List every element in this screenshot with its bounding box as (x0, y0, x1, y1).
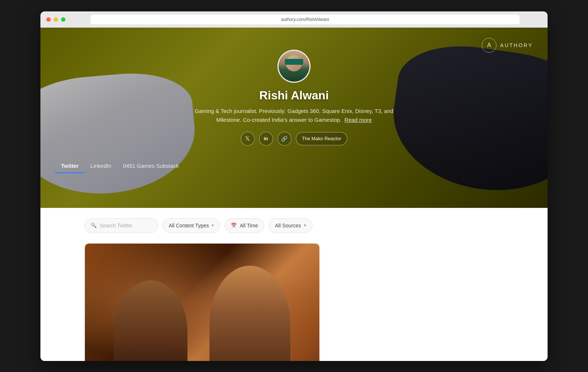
content-card[interactable] (85, 243, 320, 361)
content-type-filter-button[interactable]: All Content Types ▾ (162, 218, 220, 233)
maximize-button[interactable] (61, 17, 65, 22)
link-icon: 🔗 (281, 136, 287, 142)
profile-bio: Gaming & Tech journalist. Previously: Ga… (184, 107, 404, 124)
time-label: All Time (240, 223, 258, 228)
hero-section: A AUTHORY Rishi Alwani Gaming & Tech jou… (40, 28, 548, 208)
url-text: authory.com/RishiAlwani (281, 17, 329, 22)
sources-label: All Sources (275, 223, 301, 228)
sources-chevron-icon: ▾ (304, 223, 306, 228)
profile-name: Rishi Alwani (259, 89, 329, 102)
close-button[interactable] (46, 17, 51, 22)
twitter-icon: 𝕏 (245, 135, 250, 142)
tab-linkedin[interactable]: LinkedIn (85, 159, 117, 173)
tab-twitter[interactable]: Twitter (55, 159, 85, 173)
linkedin-icon: in (264, 136, 268, 141)
browser-chrome: authory.com/RishiAlwani (40, 11, 548, 28)
content-area (40, 243, 548, 361)
content-type-chevron-icon: ▾ (212, 223, 214, 228)
main-content: 🔍 Search Twitter All Content Types ▾ 📅 A… (40, 208, 548, 361)
browser-window: authory.com/RishiAlwani A AUTHORY (40, 11, 548, 361)
face-right (209, 266, 290, 361)
search-icon: 🔍 (91, 223, 97, 228)
card-image (85, 244, 319, 361)
face-left (114, 280, 187, 361)
filters-bar: 🔍 Search Twitter All Content Types ▾ 📅 A… (40, 208, 548, 243)
tabs-bar: Twitter LinkedIn 0451 Games Substack (40, 159, 548, 173)
address-bar[interactable]: authory.com/RishiAlwani (90, 15, 520, 24)
page-content: A AUTHORY Rishi Alwani Gaming & Tech jou… (40, 28, 548, 361)
link-icon-button[interactable]: 🔗 (277, 132, 291, 146)
read-more-link[interactable]: Read more (344, 117, 372, 123)
content-type-label: All Content Types (169, 223, 209, 228)
calendar-icon: 📅 (231, 223, 237, 228)
avatar (277, 50, 311, 83)
tab-substack[interactable]: 0451 Games Substack (117, 159, 185, 173)
twitter-icon-button[interactable]: 𝕏 (241, 132, 255, 146)
search-input-label: Search Twitter (100, 223, 132, 228)
avatar-image (279, 51, 309, 82)
hero-content: Rishi Alwani Gaming & Tech journalist. P… (40, 28, 548, 173)
social-icons-bar: 𝕏 in 🔗 The Mako Reactor (241, 132, 348, 146)
search-filter-button[interactable]: 🔍 Search Twitter (85, 218, 158, 233)
website-button[interactable]: The Mako Reactor (296, 132, 348, 145)
card-image-scene (114, 266, 290, 361)
sources-filter-button[interactable]: All Sources ▾ (269, 218, 312, 233)
time-filter-button[interactable]: 📅 All Time (225, 218, 264, 233)
linkedin-icon-button[interactable]: in (259, 132, 273, 146)
minimize-button[interactable] (54, 17, 58, 22)
